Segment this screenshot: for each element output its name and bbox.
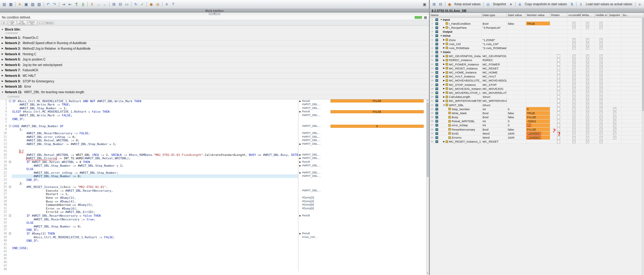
expand-network-icon[interactable]: ▶	[0, 58, 5, 61]
start-value-cell[interactable]: false	[507, 22, 526, 25]
checkbox-checked[interactable]: ✓	[572, 91, 575, 94]
code-text[interactable]: #WRIT_DBL.Step_Number := 0;	[12, 174, 298, 178]
collapse-row-icon[interactable]: ▼	[440, 19, 443, 21]
data-type-cell[interactable]: Bool	[482, 127, 507, 131]
checkbox-checked[interactable]: ✓	[586, 140, 589, 143]
db-row[interactable]: 1◂▼Input	[430, 18, 644, 22]
data-type-cell[interactable]: Int	[482, 123, 507, 127]
data-type-cell[interactable]: "3.RecipeList"	[482, 26, 507, 29]
code-text[interactable]: Error => #Dumy[6],	[12, 207, 298, 210]
redo-icon[interactable]: ↷	[52, 1, 58, 7]
checkbox-checked[interactable]: ✓	[572, 128, 575, 131]
expand-network-icon[interactable]: ▶	[0, 64, 5, 66]
db-row[interactable]: 4◂Output	[430, 30, 644, 34]
checkbox-checked[interactable]: ✓	[586, 99, 589, 102]
start-value-cell[interactable]	[507, 30, 526, 34]
code-line[interactable]: 23 END_IF;	[0, 178, 426, 182]
name-cell[interactable]: ▶RDREC_Instance	[439, 58, 482, 62]
name-cell[interactable]: ▶MC_MOVEJOG_Instance	[439, 87, 482, 90]
code-line[interactable]: 14	[0, 146, 426, 149]
checkbox-checked[interactable]: ✓	[586, 67, 589, 70]
snapshot-button[interactable]: Snapshot	[491, 1, 507, 7]
block-interface-bar[interactable]: Block interface	[0, 9, 429, 13]
copy-snapshot-icon[interactable]: ⇊	[517, 1, 523, 7]
expand-monitor-icon[interactable]: ▶	[298, 160, 302, 164]
code-line[interactable]: 38- IF #Dumy[3] THEN▶Result	[0, 232, 426, 235]
code-line[interactable]: 20 ELSE	[0, 167, 426, 171]
db-row[interactable]: 3◂▶i_RecipePara"3.RecipeList"✓✓✓	[430, 26, 644, 30]
checkbox-empty[interactable]	[557, 55, 560, 58]
column-header-writa[interactable]: Writa...	[581, 13, 595, 17]
checkbox-checked[interactable]: ✓	[586, 63, 589, 66]
code-text[interactable]: ELSE	[12, 221, 298, 225]
name-cell[interactable]: ResartNeccersary	[439, 127, 482, 131]
data-type-cell[interactable]	[482, 50, 507, 54]
checkbox-checked[interactable]: ✓	[572, 55, 575, 58]
name-cell[interactable]: ▼WRIT_DBL	[439, 103, 482, 107]
checkbox-checked[interactable]: ✓	[613, 124, 616, 127]
expand-row-icon[interactable]: ▶	[442, 26, 446, 29]
code-line[interactable]: 34 #WRIT_DBL.ResartNeccersary := true;	[0, 218, 426, 221]
code-text[interactable]: #WRIT_DBL.error_inStep := #WRIT_DBL.Step…	[12, 171, 298, 175]
expand-monitor-icon[interactable]: ▶	[298, 110, 302, 114]
code-text[interactable]	[12, 250, 298, 253]
code-text[interactable]: END_CASE;	[12, 246, 298, 250]
expand-row-icon[interactable]: ▶	[442, 79, 446, 82]
checkbox-empty[interactable]	[557, 99, 560, 102]
name-cell[interactable]: ▼Static	[439, 50, 482, 54]
copy-snapshot-options-icon[interactable]: ⇅	[569, 1, 575, 7]
checkbox-checked[interactable]: ✓	[613, 132, 616, 135]
name-cell[interactable]: ▼Input	[439, 18, 482, 21]
monitor-on-off-icon[interactable]: ◉	[148, 1, 154, 7]
start-value-cell[interactable]: 0	[507, 119, 526, 123]
name-cell[interactable]: Output	[439, 30, 482, 34]
checkbox-checked[interactable]: ✓	[600, 55, 603, 58]
name-cell[interactable]: Write_Mark	[439, 111, 482, 115]
checkbox-checked[interactable]: ✓	[586, 128, 589, 131]
code-lines[interactable]: 1-IF #Axis_Ctrl.MC_MOVERELATIVE_1.ReStar…	[0, 99, 426, 275]
code-text[interactable]: IF #Axis_Ctrl.MC_MOVERELATIVE_1.ReStart …	[12, 99, 298, 103]
checkbox-empty[interactable]	[557, 128, 560, 131]
db-row[interactable]: 5◂▼InOut	[430, 34, 644, 38]
db-row[interactable]: 20◂▶CalculateLengthStruct✓✓✓	[430, 95, 644, 99]
start-value-cell[interactable]	[507, 42, 526, 46]
code-text[interactable]: END_IF;	[12, 117, 298, 121]
checkbox-checked[interactable]: ✓	[572, 95, 575, 98]
overview-grid-icon[interactable]: ▦	[424, 15, 427, 19]
load-start-values-button[interactable]: Load start values as actual values	[584, 1, 634, 7]
data-type-cell[interactable]: MC_MOVERELATIVE	[482, 91, 507, 94]
checkbox-checked[interactable]: ✓	[586, 120, 589, 123]
checkbox-checked[interactable]: ✓	[613, 116, 616, 119]
start-value-cell[interactable]: 16#0	[507, 131, 526, 135]
insert-case-snippet-icon[interactable]: ▨	[30, 1, 36, 7]
code-text[interactable]: ErrorId => #WRIT_DBL.ErrID);	[12, 210, 298, 214]
name-cell[interactable]: ▶MC_HALT_Instance	[439, 75, 482, 78]
code-text[interactable]: IF #WRIT_DBL.Retval_WRITDBL = 0 THEN	[12, 160, 298, 164]
code-text[interactable]: CommandAborted => #Dumy[5],	[12, 203, 298, 207]
column-header-name[interactable]: Name	[430, 13, 482, 17]
network-header[interactable]: ▼Network 11:WRIT_DBL :for teaching new m…	[0, 90, 429, 95]
collapse-network-icon[interactable]: ▼	[0, 91, 5, 93]
db-row[interactable]: 12◂▶MC_POWER_InstanceMC_POWER✓✓✓	[430, 62, 644, 66]
checkbox-empty[interactable]	[557, 71, 560, 74]
code-text[interactable]: ELSE	[12, 167, 298, 171]
load-start-values-icon[interactable]: ⇓	[578, 1, 584, 7]
checkbox-empty[interactable]	[557, 140, 560, 143]
code-line[interactable]: 15 2:	[0, 149, 426, 153]
checkbox-checked[interactable]: ✓	[586, 95, 589, 98]
checkbox-checked[interactable]: ✓	[572, 111, 575, 115]
checkbox-empty[interactable]	[557, 116, 560, 119]
go-to-previous-icon[interactable]: ←	[102, 1, 108, 7]
start-value-cell[interactable]	[507, 18, 526, 21]
data-type-cell[interactable]: MC_WRITEPARAME...	[482, 99, 507, 103]
name-cell[interactable]: ErrID	[439, 131, 482, 135]
checkbox-checked[interactable]: ✓	[572, 83, 575, 86]
expand-all-networks-icon[interactable]: ⊞	[111, 1, 117, 7]
name-cell[interactable]: ▶MC_STOP_Instance	[439, 83, 482, 86]
collapse-all-rows-icon[interactable]: ⊟	[438, 1, 444, 7]
name-cell[interactable]: ▶CalculateLength	[439, 95, 482, 99]
checkbox-checked[interactable]: ✓	[600, 63, 603, 66]
collapse-row-icon[interactable]: ▼	[440, 35, 443, 37]
data-type-cell[interactable]: MC_MOVEJOG	[482, 87, 507, 90]
code-line[interactable]: 31 Error => #Dumy[6],#Dumy[6]	[0, 207, 426, 210]
